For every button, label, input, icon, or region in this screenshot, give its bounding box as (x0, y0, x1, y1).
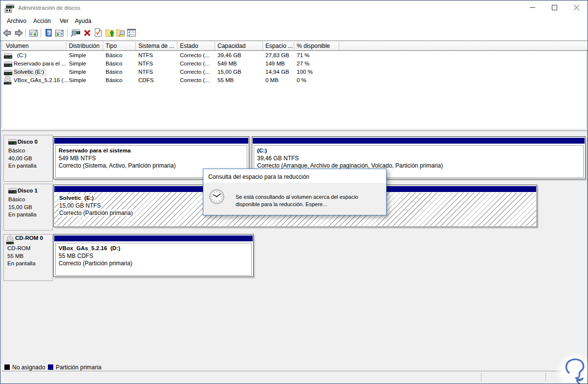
svg-text:?: ? (47, 29, 51, 37)
